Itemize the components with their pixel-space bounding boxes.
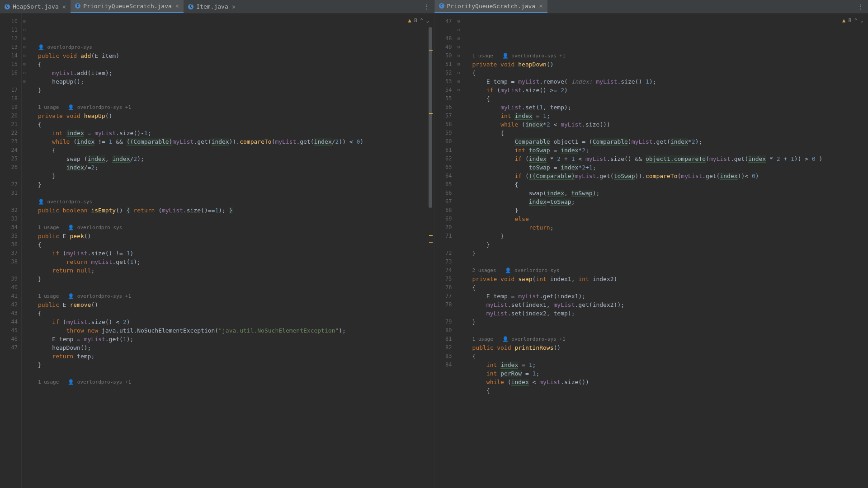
code-line[interactable]: if (myList.size() < 2): [38, 318, 434, 326]
code-line[interactable]: [38, 215, 434, 223]
code-line[interactable]: {: [472, 180, 868, 189]
code-line[interactable]: {: [472, 352, 868, 361]
code-line[interactable]: {: [472, 386, 868, 395]
code-line[interactable]: }: [38, 361, 434, 369]
file-tab[interactable]: CItem.java×: [184, 0, 240, 13]
code-line[interactable]: return temp;: [38, 352, 434, 361]
code-line[interactable]: }: [472, 232, 868, 240]
code-line[interactable]: while (index < myList.size()): [472, 378, 868, 386]
code-line[interactable]: {: [472, 129, 868, 137]
code-line[interactable]: swap (index, index/2);: [38, 155, 434, 163]
close-icon[interactable]: ×: [175, 2, 179, 9]
code-line[interactable]: int perRow = 1;: [472, 369, 868, 378]
chevron-down-icon[interactable]: ⌄: [426, 16, 429, 25]
code-line[interactable]: while (index*2 < myList.size()): [472, 120, 868, 129]
right-editor[interactable]: 47 4849505152535455565758596061626364656…: [434, 14, 868, 488]
scrollbar-thumb[interactable]: [429, 27, 432, 208]
code-line[interactable]: {: [38, 120, 434, 129]
code-line[interactable]: private void heapDown(): [472, 60, 868, 69]
code-line[interactable]: [472, 326, 868, 335]
code-line[interactable]: int index = myList.size()-1;: [38, 129, 434, 137]
code-line[interactable]: public E remove(): [38, 300, 434, 309]
left-editor[interactable]: 10111213141516 17181920212223242526 2731…: [0, 14, 434, 488]
code-line[interactable]: public boolean isEmpty() { return (myLis…: [38, 206, 434, 215]
code-line[interactable]: index/=2;: [38, 163, 434, 172]
code-line[interactable]: if (index * 2 + 1 < myList.size() && obj…: [472, 155, 868, 163]
code-line[interactable]: public void add(E item): [38, 52, 434, 60]
code-line[interactable]: }: [38, 275, 434, 283]
code-line[interactable]: }: [472, 249, 868, 258]
code-line[interactable]: swap(index, toSwap);: [472, 189, 868, 197]
code-lens[interactable]: 1 usage 👤 overlordpro-sys +1: [38, 103, 434, 112]
close-icon[interactable]: ×: [62, 3, 66, 10]
code-line[interactable]: {: [38, 60, 434, 69]
code-line[interactable]: [38, 369, 434, 378]
code-line[interactable]: {: [472, 94, 868, 103]
file-tab[interactable]: CPriorityQueueScratch.java×: [434, 0, 547, 13]
code-lens[interactable]: 2 usages 👤 overlordpro-sys: [472, 266, 868, 275]
code-line[interactable]: [38, 94, 434, 103]
code-line[interactable]: while (index != 1 && ((Comparable)myList…: [38, 137, 434, 146]
file-tab[interactable]: CPriorityQueueScratch.java×: [71, 0, 184, 13]
code-line[interactable]: E temp = myList.get(1);: [38, 335, 434, 343]
code-line[interactable]: int index = 1;: [472, 361, 868, 369]
code-line[interactable]: myList.add(item);: [38, 69, 434, 77]
close-icon[interactable]: ×: [232, 3, 236, 10]
code-lens[interactable]: 1 usage 👤 overlordpro-sys +1: [472, 335, 868, 343]
code-line[interactable]: [472, 258, 868, 266]
code-line[interactable]: }: [38, 180, 434, 189]
line-gutter[interactable]: 10111213141516 17181920212223242526 2731…: [0, 14, 22, 488]
code-line[interactable]: }: [472, 240, 868, 249]
code-line[interactable]: [38, 283, 434, 292]
code-line[interactable]: if (myList.size() >= 2): [472, 86, 868, 94]
code-line[interactable]: {: [472, 283, 868, 292]
close-icon[interactable]: ×: [539, 2, 542, 9]
code-line[interactable]: Comparable object1 = (Comparable)myList.…: [472, 137, 868, 146]
fold-gutter[interactable]: ⊟⊟⊟⊟⊟⊟⊟⊟: [22, 14, 27, 488]
code-line[interactable]: toSwap = index*2+1;: [472, 163, 868, 172]
code-line[interactable]: if (((Comparable)myList.get(toSwap)).com…: [472, 172, 868, 180]
code-lens[interactable]: 1 usage 👤 overlordpro-sys +1: [472, 52, 868, 60]
code-line[interactable]: int toSwap = index*2;: [472, 146, 868, 155]
code-line[interactable]: E temp = myList.remove( index: myList.si…: [472, 77, 868, 86]
file-tab[interactable]: CHeapSort.java×: [0, 0, 71, 13]
line-gutter[interactable]: 47 4849505152535455565758596061626364656…: [434, 14, 456, 488]
chevron-down-icon[interactable]: ⌄: [860, 16, 863, 25]
code-line[interactable]: return;: [472, 223, 868, 232]
scrollbar[interactable]: [429, 27, 433, 488]
inspection-widget[interactable]: ▲ 8 ⌃ ⌄: [408, 16, 429, 25]
code-line[interactable]: heapDown();: [38, 343, 434, 352]
code-line[interactable]: myList.set(1, temp);: [472, 103, 868, 112]
code-lens[interactable]: 👤 overlordpro-sys: [38, 197, 434, 206]
code-lens[interactable]: 1 usage 👤 overlordpro-sys +1: [38, 292, 434, 300]
code-line[interactable]: }: [472, 318, 868, 326]
fold-gutter[interactable]: ⊟⊟⊟⊟⊟⊟⊟⊟⊟: [456, 14, 462, 488]
code-lens[interactable]: 1 usage 👤 overlordpro-sys: [38, 223, 434, 232]
code-line[interactable]: return null;: [38, 266, 434, 275]
code-line[interactable]: {: [38, 146, 434, 155]
code-line[interactable]: return myList.get(1);: [38, 258, 434, 266]
code-line[interactable]: {: [38, 240, 434, 249]
code-line[interactable]: {: [472, 69, 868, 77]
code-area[interactable]: 👤 overlordpro-syspublic void add(E item)…: [27, 14, 434, 488]
code-line[interactable]: throw new java.util.NoSuchElementExcepti…: [38, 326, 434, 335]
code-lens[interactable]: 👤 overlordpro-sys: [38, 43, 434, 52]
code-line[interactable]: private void swap(int index1, int index2…: [472, 275, 868, 283]
code-line[interactable]: }: [38, 172, 434, 180]
code-line[interactable]: [38, 189, 434, 197]
code-line[interactable]: E temp = myList.get(index1);: [472, 292, 868, 300]
code-line[interactable]: myList.set(index1, myList.get(index2));: [472, 300, 868, 309]
code-lens[interactable]: 1 usage 👤 overlordpro-sys +1: [38, 378, 434, 386]
code-line[interactable]: [472, 43, 868, 52]
code-line[interactable]: index=toSwap;: [472, 197, 868, 206]
tab-overflow-menu[interactable]: ⋮: [419, 3, 434, 10]
chevron-up-icon[interactable]: ⌃: [420, 16, 423, 25]
code-line[interactable]: int index = 1;: [472, 112, 868, 120]
code-line[interactable]: }: [472, 206, 868, 215]
chevron-up-icon[interactable]: ⌃: [854, 16, 858, 25]
tab-overflow-menu[interactable]: ⋮: [853, 3, 868, 10]
code-line[interactable]: public void printInRows(): [472, 343, 868, 352]
code-line[interactable]: myList.set(index2, temp);: [472, 309, 868, 318]
code-line[interactable]: }: [38, 86, 434, 94]
code-line[interactable]: if (myList.size() != 1): [38, 249, 434, 258]
